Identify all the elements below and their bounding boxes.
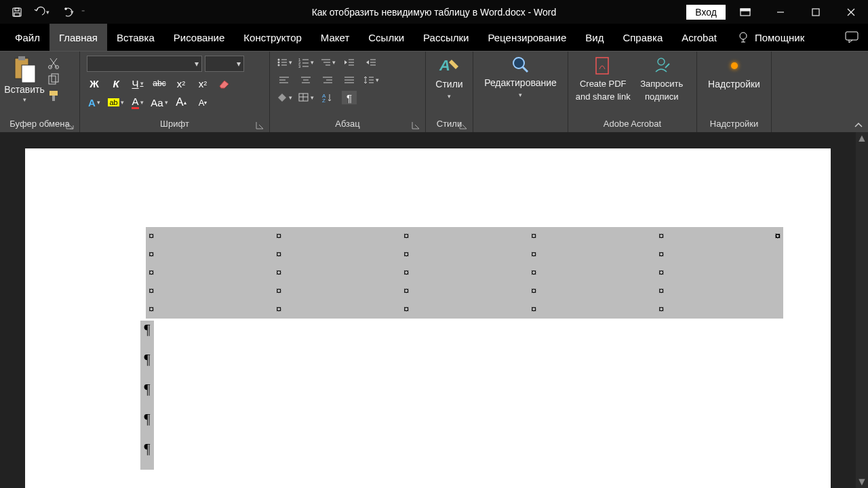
table-row[interactable]: ¤¤¤¤¤¤ [146,282,783,300]
undo-button[interactable] [30,2,53,22]
align-right-button[interactable] [320,73,335,87]
tab-view[interactable]: Вид [576,24,613,51]
scroll-down-icon[interactable]: ▼ [856,476,868,488]
tab-draw[interactable]: Рисование [164,24,235,51]
table-cell[interactable]: ¤ [656,264,783,282]
tab-references[interactable]: Ссылки [359,24,414,51]
tab-design[interactable]: Конструктор [234,24,311,51]
font-size-combo[interactable]: ▾ [205,56,244,72]
line-spacing-button[interactable] [363,73,378,87]
justify-button[interactable] [342,73,357,87]
table-cell[interactable]: ¤ [273,227,401,245]
close-button[interactable] [835,2,867,22]
table-cell[interactable]: ¤ [146,282,273,300]
table-row[interactable]: ¤¤¤¤¤¤ [146,264,783,282]
change-case-button[interactable]: Aa [152,95,167,110]
tab-help[interactable]: Справка [613,24,672,51]
align-left-button[interactable] [277,73,292,87]
borders-button[interactable] [298,91,313,104]
font-color-button[interactable]: A [130,95,145,110]
grow-font-button[interactable]: A▴ [174,95,189,110]
cut-icon[interactable] [47,57,60,69]
table-cell[interactable]: ¤ [401,264,528,282]
format-painter-icon[interactable] [47,89,60,102]
italic-button[interactable]: К [108,76,123,91]
create-pdf-button[interactable]: Create PDF and share link [575,56,631,102]
tab-file[interactable]: Файл [5,24,50,51]
table-row[interactable]: ¤¤¤¤¤¤ [146,245,783,264]
numbering-button[interactable]: 123 [298,56,313,69]
maximize-button[interactable] [800,2,831,22]
table-cell[interactable]: ¤ [528,227,656,245]
table-cell[interactable]: ¤ [528,245,656,264]
editing-button[interactable]: Редактирование ▾ [476,53,565,98]
table-cell[interactable]: ¤ [146,300,273,319]
tab-home[interactable]: Главная [50,24,107,51]
tab-mailings[interactable]: Рассылки [414,24,478,51]
shrink-font-button[interactable]: A▾ [195,95,210,110]
styles-button[interactable]: A Стили ▾ [429,53,470,100]
save-button[interactable] [5,2,28,22]
document-area[interactable]: ¤¤¤¤¤¤¤¤¤¤¤¤¤¤¤¤¤¤¤¤¤¤¤¤¤¤¤¤¤¤ ¶¶¶¶¶ [0,132,856,488]
table-cell[interactable]: ¤ [528,264,656,282]
subscript-button[interactable]: x2 [174,76,189,91]
selected-table[interactable]: ¤¤¤¤¤¤¤¤¤¤¤¤¤¤¤¤¤¤¤¤¤¤¤¤¤¤¤¤¤¤ [146,227,783,319]
table-cell[interactable]: ¤ [528,282,656,300]
vertical-scrollbar[interactable]: ▲ ▼ [856,132,868,488]
sign-in-button[interactable]: Вход [686,5,726,20]
table-cell[interactable]: ¤ [146,245,273,264]
table-row[interactable]: ¤¤¤¤¤¤ [146,227,783,245]
table-cell[interactable]: ¤ [656,245,783,264]
request-signatures-button[interactable]: Запросить подписи [634,56,690,102]
table-cell[interactable]: ¤ [146,264,273,282]
tell-me-search[interactable]: Помощник [726,24,815,51]
table-cell[interactable]: ¤ [401,300,528,319]
sort-button[interactable]: AZ [320,91,335,104]
scroll-up-icon[interactable]: ▲ [856,132,868,144]
multilevel-list-button[interactable] [320,56,335,69]
table-cell[interactable]: ¤ [656,282,783,300]
font-name-combo[interactable]: ▾ [87,56,202,72]
table-cell[interactable]: ¤ [273,300,401,319]
decrease-indent-button[interactable] [342,56,357,69]
paste-button[interactable]: Вставить ▾ [3,53,46,103]
table-cell[interactable]: ¤ [401,245,528,264]
comments-button[interactable] [835,24,868,51]
collapse-ribbon-icon[interactable] [853,120,864,131]
strikethrough-button[interactable]: abc [152,76,167,91]
bullets-button[interactable] [277,56,292,69]
addins-button[interactable]: Надстройки [700,53,768,90]
dialog-launcher-icon[interactable] [66,121,75,131]
table-cell[interactable]: ¤ [273,245,401,264]
tab-acrobat[interactable]: Acrobat [672,24,726,51]
dialog-launcher-icon[interactable] [412,121,421,131]
eraser-icon[interactable] [217,76,232,91]
tab-review[interactable]: Рецензирование [478,24,576,51]
table-cell[interactable]: ¤ [273,264,401,282]
tab-layout[interactable]: Макет [311,24,359,51]
table-cell[interactable]: ¤ [656,300,783,319]
table-cell[interactable]: ¤ [656,227,783,245]
increase-indent-button[interactable] [363,56,378,69]
minimize-button[interactable] [765,2,796,22]
qat-customize[interactable]: ⁼ [79,8,87,16]
align-center-button[interactable] [298,73,313,87]
text-effects-button[interactable]: A [87,95,102,110]
redo-button[interactable] [54,2,77,22]
table-row[interactable]: ¤¤¤¤¤¤ [146,300,783,319]
dialog-launcher-icon[interactable] [256,121,265,131]
dialog-launcher-icon[interactable] [459,121,469,131]
table-cell[interactable]: ¤ [401,282,528,300]
shading-button[interactable] [277,91,292,104]
ribbon-display-options[interactable] [730,2,761,22]
table-cell[interactable]: ¤ [273,282,401,300]
superscript-button[interactable]: x2 [195,76,210,91]
bold-button[interactable]: Ж [87,76,102,91]
copy-icon[interactable] [47,73,60,85]
show-hide-marks-button[interactable]: ¶ [342,91,357,104]
table-cell[interactable]: ¤ [401,227,528,245]
tab-insert[interactable]: Вставка [107,24,164,51]
table-cell[interactable]: ¤ [528,300,656,319]
underline-button[interactable]: Ч [130,76,145,91]
highlight-button[interactable]: ab [108,95,123,110]
